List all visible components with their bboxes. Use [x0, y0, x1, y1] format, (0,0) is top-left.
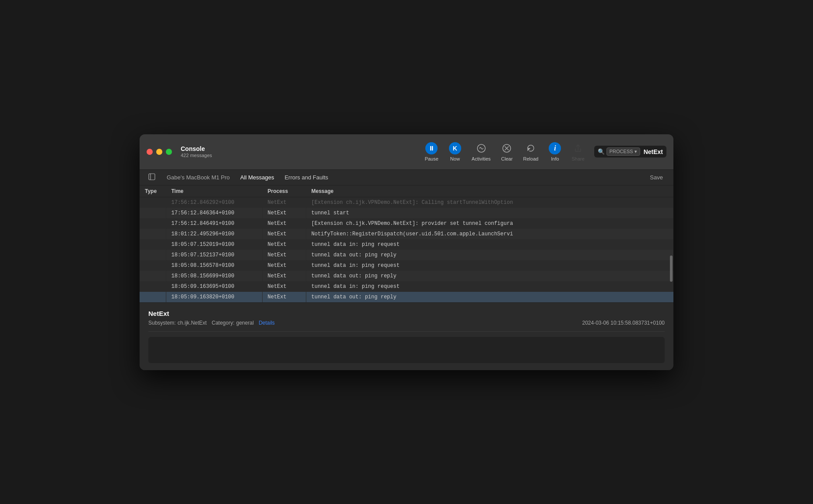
cell-message: tunnel data in: ping request — [306, 239, 673, 250]
table-row[interactable]: 18:05:08.156699+0100NetExttunnel data ou… — [140, 271, 673, 281]
pause-icon: ⏸ — [425, 142, 438, 154]
info-button[interactable]: i Info — [544, 140, 565, 164]
cell-time: 18:05:09.163820+0100 — [166, 292, 262, 302]
cell-message: [Extension ch.ijk.VPNDemo.NetExt]: Calli… — [306, 197, 673, 208]
clear-button[interactable]: Clear — [497, 140, 517, 164]
cell-type — [140, 250, 166, 260]
sidebar-toggle-button[interactable] — [147, 172, 157, 183]
now-icon: K — [449, 142, 461, 154]
cell-time: 18:05:08.156699+0100 — [166, 271, 262, 281]
cell-process: NetExt — [262, 197, 306, 208]
share-icon — [573, 142, 583, 154]
titlebar: Console 422 messages ⏸ Pause K Now Acti — [140, 134, 673, 170]
app-title-block: Console 422 messages — [181, 145, 212, 158]
cell-process: NetExt — [262, 260, 306, 271]
activities-icon — [477, 142, 486, 154]
share-label: Share — [571, 156, 584, 161]
clear-icon — [502, 142, 512, 154]
reload-button[interactable]: Reload — [519, 140, 543, 164]
scrollbar-thumb[interactable] — [670, 256, 673, 282]
detail-category-label: Category: — [212, 320, 235, 326]
cell-type — [140, 292, 166, 302]
col-header-time: Time — [166, 186, 262, 197]
pause-label: Pause — [425, 156, 438, 161]
cell-time: 17:56:12.846364+0100 — [166, 208, 262, 218]
table-row[interactable]: 17:56:12.846292+0100NetExt[Extension ch.… — [140, 197, 673, 208]
cell-process: NetExt — [262, 281, 306, 292]
nav-all-messages[interactable]: All Messages — [235, 172, 279, 183]
log-table-container: Type Time Process Message 17:56:12.84629… — [140, 186, 673, 303]
table-row[interactable]: 18:05:09.163695+0100NetExttunnel data in… — [140, 281, 673, 292]
scrollbar-track — [669, 186, 673, 302]
app-title: Console — [181, 145, 212, 152]
save-button[interactable]: Save — [646, 172, 666, 182]
cell-process: NetExt — [262, 239, 306, 250]
maximize-button[interactable] — [166, 149, 172, 155]
table-row[interactable]: 17:56:12.846364+0100NetExttunnel start — [140, 208, 673, 218]
detail-meta: Subsystem: ch.ijk.NetExt Category: gener… — [148, 320, 665, 326]
filter-value: NetExt — [644, 148, 663, 155]
app-subtitle: 422 messages — [181, 153, 212, 158]
cell-type — [140, 260, 166, 271]
detail-category-value: general — [236, 320, 254, 326]
table-row[interactable]: 18:05:08.156578+0100NetExttunnel data in… — [140, 260, 673, 271]
detail-pane: NetExt Subsystem: ch.ijk.NetExt Category… — [140, 303, 673, 370]
table-row[interactable]: 18:05:07.152137+0100NetExttunnel data ou… — [140, 250, 673, 260]
cell-type — [140, 218, 166, 229]
log-table: Type Time Process Message 17:56:12.84629… — [140, 186, 673, 302]
nav-errors-faults[interactable]: Errors and Faults — [279, 172, 333, 183]
cell-message: tunnel start — [306, 208, 673, 218]
info-label: Info — [551, 156, 559, 161]
cell-message: tunnel data out: ping reply — [306, 250, 673, 260]
detail-details-link[interactable]: Details — [259, 320, 275, 326]
cell-time: 18:05:07.152137+0100 — [166, 250, 262, 260]
close-button[interactable] — [147, 149, 153, 155]
reload-icon — [526, 142, 536, 154]
cell-message: tunnel data in: ping request — [306, 281, 673, 292]
console-window: Console 422 messages ⏸ Pause K Now Acti — [140, 134, 673, 370]
cell-message: tunnel data out: ping reply — [306, 271, 673, 281]
activities-button[interactable]: Activities — [467, 140, 495, 164]
col-header-type: Type — [140, 186, 166, 197]
cell-message: tunnel data out: ping reply — [306, 292, 673, 302]
cell-type — [140, 281, 166, 292]
info-icon: i — [549, 142, 561, 154]
toolbar-actions: ⏸ Pause K Now Activities — [421, 140, 666, 164]
cell-process: NetExt — [262, 250, 306, 260]
detail-message-area — [148, 337, 665, 363]
minimize-button[interactable] — [156, 149, 162, 155]
table-header-row: Type Time Process Message — [140, 186, 673, 197]
cell-time: 18:05:07.152019+0100 — [166, 239, 262, 250]
cell-time: 18:01:22.495296+0100 — [166, 229, 262, 239]
now-label: Now — [450, 156, 460, 161]
cell-time: 17:56:12.846491+0100 — [166, 218, 262, 229]
detail-divider — [148, 331, 665, 332]
svg-rect-4 — [149, 174, 155, 180]
search-icon: 🔍 — [598, 148, 605, 155]
detail-timestamp: 2024-03-06 10:15:58.083731+0100 — [582, 320, 665, 326]
cell-process: NetExt — [262, 292, 306, 302]
search-bar: 🔍 PROCESS ▾ NetExt — [594, 146, 666, 158]
traffic-lights — [147, 149, 172, 155]
cell-type — [140, 271, 166, 281]
table-row[interactable]: 18:05:07.152019+0100NetExttunnel data in… — [140, 239, 673, 250]
cell-type — [140, 239, 166, 250]
process-filter-badge[interactable]: PROCESS ▾ — [606, 147, 640, 156]
nav-device[interactable]: Gabe's MacBook M1 Pro — [161, 172, 235, 183]
clear-label: Clear — [501, 156, 512, 161]
table-row[interactable]: 18:01:22.495296+0100NetExtNotifyToken::R… — [140, 229, 673, 239]
now-button[interactable]: K Now — [445, 140, 466, 164]
cell-message: [Extension ch.ijk.VPNDemo.NetExt]: provi… — [306, 218, 673, 229]
cell-process: NetExt — [262, 229, 306, 239]
table-scroll[interactable]: Type Time Process Message 17:56:12.84629… — [140, 186, 673, 302]
table-row[interactable]: 17:56:12.846491+0100NetExt[Extension ch.… — [140, 218, 673, 229]
reload-label: Reload — [523, 156, 539, 161]
cell-process: NetExt — [262, 208, 306, 218]
pause-button[interactable]: ⏸ Pause — [421, 140, 443, 164]
col-header-message: Message — [306, 186, 673, 197]
cell-type — [140, 197, 166, 208]
detail-subsystem-value: ch.ijk.NetExt — [178, 320, 207, 326]
share-button[interactable]: Share — [567, 140, 589, 164]
table-row[interactable]: 18:05:09.163820+0100NetExttunnel data ou… — [140, 292, 673, 302]
cell-time: 18:05:09.163695+0100 — [166, 281, 262, 292]
